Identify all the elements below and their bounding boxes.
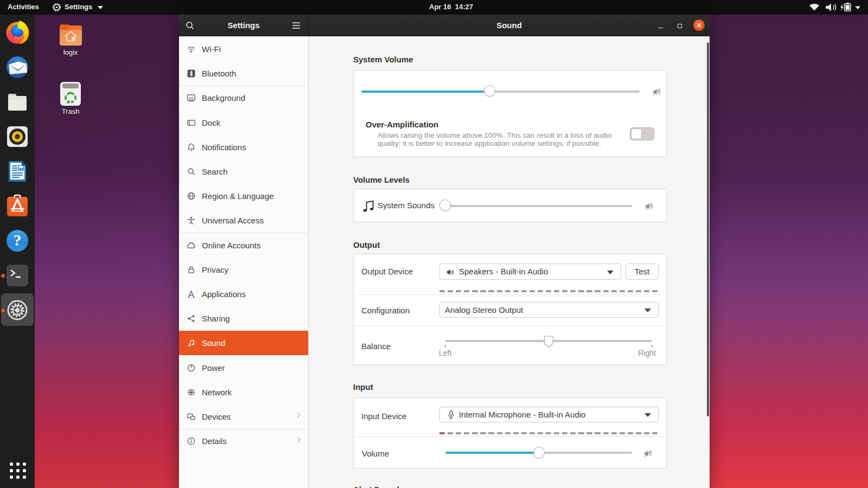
svg-text:?: ? xyxy=(14,231,22,249)
